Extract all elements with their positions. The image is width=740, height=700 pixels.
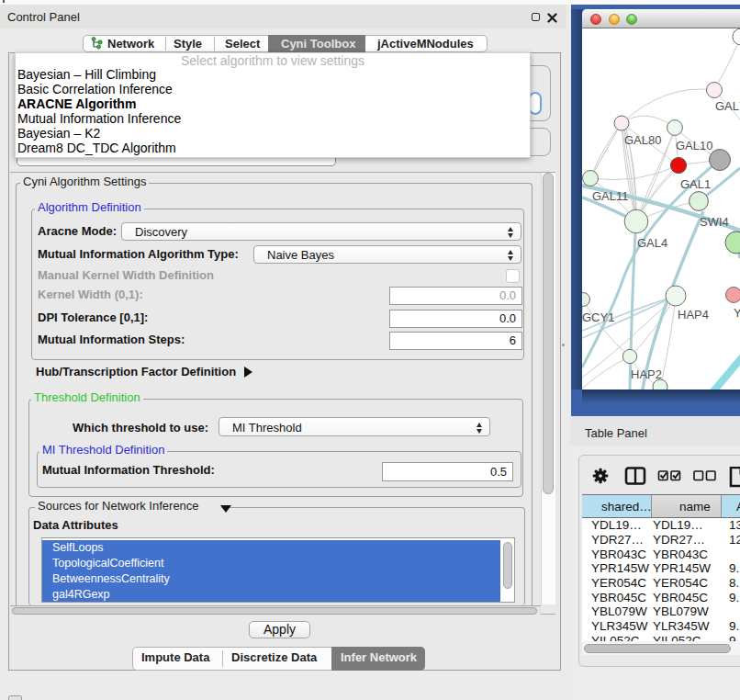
svg-text:Y: Y bbox=[734, 306, 740, 320]
svg-text:SWI4: SWI4 bbox=[700, 215, 729, 229]
svg-text:GAL10: GAL10 bbox=[676, 139, 712, 152]
svg-text:HAP4: HAP4 bbox=[678, 308, 709, 322]
svg-text:GAL11: GAL11 bbox=[592, 189, 629, 203]
svg-text:GAL1: GAL1 bbox=[680, 177, 711, 191]
svg-text:GAL4: GAL4 bbox=[637, 236, 667, 250]
svg-text:GAL80: GAL80 bbox=[624, 133, 661, 147]
svg-text:HAP2: HAP2 bbox=[631, 367, 662, 381]
svg-text:GCY1: GCY1 bbox=[582, 310, 614, 324]
svg-text:GAL7: GAL7 bbox=[715, 99, 740, 113]
